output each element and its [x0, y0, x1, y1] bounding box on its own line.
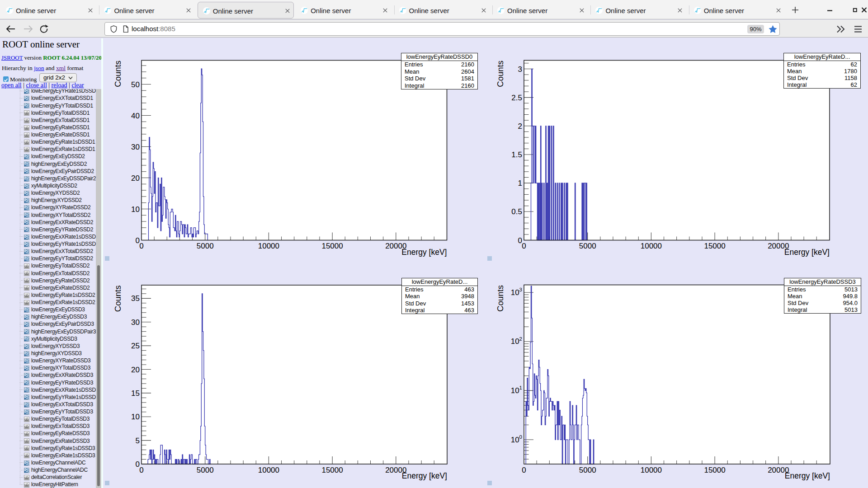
svg-text:5000: 5000: [579, 466, 596, 474]
svg-text:10000: 10000: [258, 466, 279, 474]
svg-text:25: 25: [131, 342, 140, 350]
svg-text:Energy [keV]: Energy [keV]: [402, 471, 447, 480]
svg-text:20: 20: [131, 174, 140, 183]
svg-text:10: 10: [131, 413, 140, 421]
svg-text:0.5: 0.5: [511, 207, 522, 216]
svg-text:100: 100: [511, 434, 522, 444]
svg-text:50: 50: [131, 80, 140, 89]
svg-text:Energy [keV]: Energy [keV]: [785, 471, 830, 480]
svg-text:Energy [keV]: Energy [keV]: [784, 248, 830, 257]
svg-text:5000: 5000: [197, 242, 214, 250]
svg-text:10000: 10000: [641, 466, 662, 474]
svg-text:Counts: Counts: [113, 61, 123, 87]
svg-text:15000: 15000: [321, 466, 343, 474]
svg-text:40: 40: [131, 112, 140, 120]
svg-text:0: 0: [522, 242, 526, 250]
svg-text:102: 102: [511, 336, 522, 346]
svg-text:15000: 15000: [704, 466, 725, 474]
svg-text:101: 101: [511, 385, 522, 395]
svg-text:1: 1: [518, 179, 522, 188]
svg-text:103: 103: [511, 287, 522, 297]
svg-text:0: 0: [139, 242, 143, 250]
svg-text:Counts: Counts: [495, 61, 505, 87]
svg-text:5000: 5000: [197, 466, 214, 474]
svg-text:Counts: Counts: [495, 285, 505, 312]
svg-text:0: 0: [522, 466, 526, 474]
svg-text:30: 30: [131, 318, 140, 327]
svg-text:10000: 10000: [258, 242, 279, 250]
svg-text:5000: 5000: [579, 242, 596, 250]
svg-text:3: 3: [518, 65, 522, 74]
svg-text:Energy [keV]: Energy [keV]: [401, 248, 447, 257]
svg-text:20: 20: [131, 366, 140, 374]
svg-text:30: 30: [131, 143, 140, 151]
svg-text:5: 5: [136, 436, 140, 445]
svg-text:Counts: Counts: [113, 286, 123, 312]
svg-text:1.5: 1.5: [511, 150, 522, 159]
svg-text:10: 10: [131, 205, 140, 214]
svg-text:0: 0: [139, 466, 143, 474]
svg-text:2: 2: [518, 122, 522, 131]
svg-text:15: 15: [131, 389, 140, 398]
svg-text:35: 35: [131, 294, 140, 303]
svg-text:10000: 10000: [641, 242, 662, 250]
svg-text:2.5: 2.5: [511, 94, 522, 102]
svg-text:15000: 15000: [321, 242, 343, 250]
svg-text:15000: 15000: [704, 242, 725, 250]
